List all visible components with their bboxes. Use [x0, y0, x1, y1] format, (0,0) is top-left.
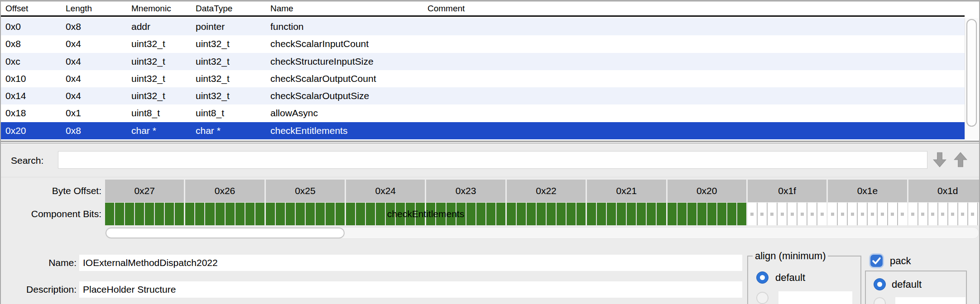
- table-row[interactable]: 0x00x8addrpointerfunction: [1, 18, 965, 35]
- description-field[interactable]: [79, 281, 742, 298]
- byte-bit-group[interactable]: [346, 203, 425, 225]
- component-bit: [296, 203, 305, 225]
- column-header-offset[interactable]: Offset: [1, 2, 61, 15]
- component-bit: [557, 203, 566, 225]
- name-field[interactable]: [79, 255, 742, 271]
- component-bit: [447, 203, 456, 225]
- align-value-field[interactable]: [778, 291, 852, 304]
- table-row[interactable]: 0xc0x4uint32_tuint32_tcheckStructureInpu…: [1, 53, 965, 70]
- pack-checkbox-label: pack: [890, 255, 911, 267]
- component-bit: [175, 203, 184, 225]
- component-bit: [496, 203, 505, 225]
- byte-offset-cell: 0x22: [507, 180, 586, 202]
- cell-offset: 0x0: [1, 18, 61, 35]
- byte-bit-group[interactable]: [587, 203, 666, 225]
- component-bits-row: [105, 203, 980, 225]
- component-bit: [547, 203, 556, 225]
- cell-mnemonic: uint32_t: [127, 35, 191, 52]
- component-bit: [707, 203, 716, 225]
- pack-checkbox[interactable]: [870, 255, 883, 267]
- component-bit: [687, 203, 697, 225]
- component-bit: [195, 203, 204, 225]
- component-bit: [366, 203, 375, 225]
- byte-offset-cell: 0x25: [266, 180, 345, 202]
- search-label: Search:: [11, 152, 43, 170]
- byte-bit-group[interactable]: [185, 203, 264, 225]
- panel-splitter[interactable]: [1, 140, 979, 143]
- byte-bit-group[interactable]: [748, 203, 826, 225]
- empty-bit: [938, 203, 947, 225]
- empty-bit: [797, 203, 807, 225]
- component-bit: [125, 203, 134, 225]
- table-row[interactable]: 0x200x8char *char *checkEntitlements: [1, 122, 965, 139]
- byte-offset-cell: 0x23: [426, 180, 505, 202]
- component-bit: [185, 203, 194, 225]
- component-bit: [527, 203, 536, 225]
- byte-bit-group[interactable]: [828, 203, 907, 225]
- component-bit: [165, 203, 174, 225]
- cell-comment: [423, 87, 965, 104]
- byte-bit-group[interactable]: [266, 203, 345, 225]
- table-row[interactable]: 0x140x4uint32_tuint32_tcheckScalarOutput…: [1, 87, 965, 104]
- cell-length: 0x1: [61, 104, 127, 122]
- pack-value-radio[interactable]: [874, 297, 886, 304]
- byte-bit-group[interactable]: [507, 203, 586, 225]
- component-bit: [456, 203, 466, 225]
- structure-editor-window: OffsetLengthMnemonicDataTypeNameComment …: [0, 0, 980, 304]
- column-header-mnemonic[interactable]: Mnemonic: [127, 2, 191, 15]
- cell-length: 0x8: [61, 122, 127, 139]
- empty-bit: [868, 203, 877, 225]
- component-bit: [226, 203, 235, 225]
- byte-bit-group[interactable]: [105, 203, 184, 225]
- byte-bit-group[interactable]: [426, 203, 505, 225]
- component-bit: [205, 203, 214, 225]
- cell-datatype: uint32_t: [191, 70, 266, 87]
- empty-bit: [948, 203, 957, 225]
- pack-value-field[interactable]: [895, 297, 966, 304]
- cell-name: function: [266, 18, 423, 35]
- cell-datatype: uint8_t: [191, 104, 266, 122]
- cell-offset: 0x10: [1, 70, 61, 87]
- search-input[interactable]: [58, 151, 927, 169]
- component-bit: [286, 203, 295, 225]
- pack-default-radio[interactable]: [874, 278, 886, 290]
- empty-bit: [748, 203, 757, 225]
- vertical-scrollbar[interactable]: [965, 18, 978, 139]
- empty-bit: [858, 203, 867, 225]
- search-next-button[interactable]: [931, 151, 948, 168]
- search-previous-button[interactable]: [952, 151, 969, 168]
- empty-bit: [878, 203, 887, 225]
- vertical-scrollbar-thumb[interactable]: [966, 19, 977, 127]
- empty-bit: [928, 203, 937, 225]
- component-bit: [677, 203, 687, 225]
- byte-bit-group[interactable]: [908, 203, 980, 225]
- table-row[interactable]: 0x180x1uint8_tuint8_tallowAsync: [1, 104, 965, 122]
- byte-bit-group[interactable]: [668, 203, 746, 225]
- cell-length: 0x4: [61, 87, 127, 104]
- horizontal-scrollbar[interactable]: [105, 227, 979, 239]
- search-panel: Search:: [1, 143, 980, 177]
- description-label: Description:: [1, 281, 77, 298]
- component-bit: [336, 203, 345, 225]
- empty-bit: [778, 203, 787, 225]
- cell-name: checkEntitlements: [266, 122, 423, 139]
- horizontal-scrollbar-thumb[interactable]: [106, 228, 345, 238]
- component-bit: [627, 203, 636, 225]
- table-row[interactable]: 0x80x4uint32_tuint32_tcheckScalarInputCo…: [1, 35, 965, 52]
- column-header-comment[interactable]: Comment: [423, 2, 965, 15]
- byte-offset-cell: 0x24: [346, 180, 425, 202]
- column-header-datatype[interactable]: DataType: [191, 2, 266, 15]
- align-default-radio[interactable]: [756, 271, 769, 284]
- empty-bit: [968, 203, 977, 225]
- column-header-name[interactable]: Name: [266, 2, 423, 15]
- component-bit: [476, 203, 485, 225]
- cell-mnemonic: uint32_t: [127, 87, 191, 104]
- structure-table-header: OffsetLengthMnemonicDataTypeNameComment: [1, 2, 965, 17]
- align-value-radio[interactable]: [756, 292, 769, 304]
- cell-length: 0x4: [61, 53, 127, 70]
- empty-bit: [978, 203, 980, 225]
- structure-table-panel: OffsetLengthMnemonicDataTypeNameComment …: [1, 2, 979, 140]
- component-bit: [587, 203, 596, 225]
- table-row[interactable]: 0x100x4uint32_tuint32_tcheckScalarOutput…: [1, 70, 965, 87]
- column-header-length[interactable]: Length: [61, 2, 127, 15]
